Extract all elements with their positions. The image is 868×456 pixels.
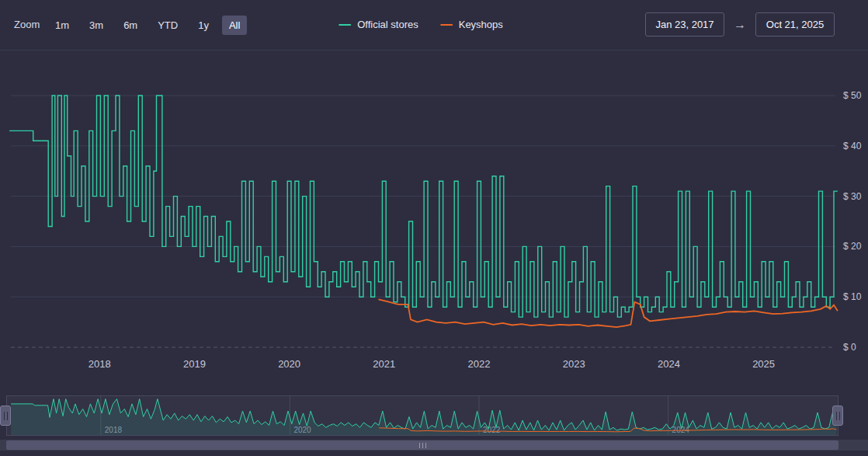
x-axis-label: 2022 xyxy=(468,358,491,370)
x-axis-label: 2018 xyxy=(89,358,111,370)
y-axis-label: $ 10 xyxy=(843,291,862,302)
date-to-input[interactable]: Oct 21, 2025 xyxy=(755,12,835,37)
y-axis-label: $ 30 xyxy=(843,191,862,202)
arrow-right-icon: → xyxy=(734,18,746,32)
range-button-6m[interactable]: 6m xyxy=(116,16,144,35)
range-selector-toolbar: Zoom 1m 3m 6m YTD 1y All Official stores… xyxy=(0,11,868,39)
series-line-official-stores xyxy=(9,96,838,317)
price-history-panel: Zoom 1m 3m 6m YTD 1y All Official stores… xyxy=(0,0,868,456)
series-line-keyshops xyxy=(379,299,838,327)
y-axis-label: $ 20 xyxy=(843,241,862,252)
legend-item-keyshops[interactable]: Keyshops xyxy=(440,19,503,30)
navigator-right-handle[interactable] xyxy=(832,406,843,426)
x-axis-label: 2019 xyxy=(183,358,206,370)
y-axis-label: $ 0 xyxy=(843,342,856,353)
range-buttons: 1m 3m 6m YTD 1y All xyxy=(48,13,247,37)
official-stores-line-icon xyxy=(339,24,351,26)
price-chart-plot-area[interactable]: $ 0$ 10$ 20$ 30$ 40$ 5020182019202020212… xyxy=(0,54,868,388)
range-button-1m[interactable]: 1m xyxy=(48,16,76,35)
x-axis-label: 2021 xyxy=(373,358,395,370)
keyshops-line-icon xyxy=(440,24,453,26)
navigator-mini-chart: 2018202020222024 xyxy=(6,395,838,436)
range-button-1y[interactable]: 1y xyxy=(191,16,216,35)
range-button-ytd[interactable]: YTD xyxy=(151,16,185,35)
x-axis-label: 2023 xyxy=(563,358,585,370)
x-axis-label: 2025 xyxy=(752,358,775,370)
legend: Official stores Keyshops xyxy=(339,19,503,30)
y-axis-label: $ 40 xyxy=(843,141,862,151)
scrollbar-track[interactable] xyxy=(0,440,868,451)
scrollbar-thumb[interactable] xyxy=(6,440,838,450)
navigator-left-handle[interactable] xyxy=(0,406,11,426)
x-axis-label: 2020 xyxy=(278,358,300,370)
range-button-all[interactable]: All xyxy=(222,16,247,35)
navigator[interactable]: 2018202020222024 xyxy=(6,395,838,436)
x-axis-label: 2024 xyxy=(658,358,680,370)
legend-label-keyshops: Keyshops xyxy=(459,19,503,30)
scrollbar-grip-icon xyxy=(419,443,420,448)
date-range-inputs: Jan 23, 2017 → Oct 21, 2025 xyxy=(645,12,835,37)
legend-item-official-stores[interactable]: Official stores xyxy=(339,19,418,30)
date-from-input[interactable]: Jan 23, 2017 xyxy=(645,12,724,37)
range-button-3m[interactable]: 3m xyxy=(82,16,110,35)
zoom-label: Zoom xyxy=(14,19,40,30)
legend-label-official-stores: Official stores xyxy=(357,19,418,30)
toolbar-divider xyxy=(0,50,868,50)
y-axis-label: $ 50 xyxy=(843,90,862,101)
